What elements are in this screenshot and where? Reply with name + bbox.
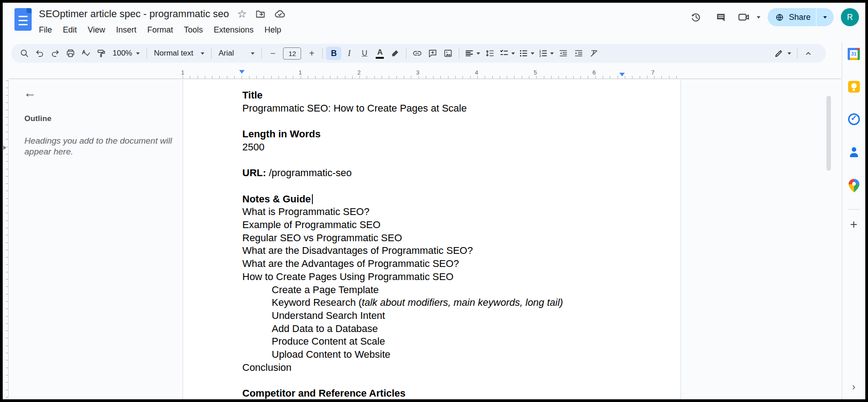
get-add-ons-button[interactable]: + bbox=[847, 218, 861, 231]
maps-icon[interactable] bbox=[847, 179, 861, 192]
share-button[interactable]: Share bbox=[768, 8, 834, 26]
left-indent-marker[interactable] bbox=[239, 70, 245, 74]
toolbar-divider bbox=[459, 48, 459, 59]
align-button[interactable] bbox=[462, 47, 482, 60]
italic-button[interactable]: I bbox=[341, 47, 357, 60]
menu-file[interactable]: File bbox=[33, 24, 57, 36]
redo-icon[interactable] bbox=[47, 47, 63, 60]
clear-formatting-icon[interactable] bbox=[586, 47, 602, 60]
undo-icon[interactable] bbox=[32, 47, 47, 60]
paint-format-icon[interactable] bbox=[94, 47, 109, 60]
bulleted-list-button[interactable] bbox=[517, 47, 536, 60]
spell-check-icon[interactable] bbox=[78, 47, 94, 60]
doc-line[interactable]: 2500 bbox=[242, 141, 664, 154]
doc-line[interactable]: Notes & Guide bbox=[242, 193, 664, 206]
ruler-label: 2 bbox=[357, 69, 360, 76]
doc-line[interactable]: What is Programmatic SEO? bbox=[242, 206, 664, 219]
text-color-button[interactable]: A bbox=[372, 47, 387, 60]
share-dropdown-arrow[interactable] bbox=[816, 8, 834, 26]
keep-icon[interactable] bbox=[847, 80, 861, 93]
editing-mode-button[interactable] bbox=[771, 47, 794, 60]
increase-indent-icon[interactable] bbox=[571, 47, 586, 60]
numbered-list-button[interactable]: 123 bbox=[536, 47, 556, 60]
increase-font-size-button[interactable]: + bbox=[304, 47, 319, 60]
toolbar: 100% Normal text Arial − 12 + B I U A 12… bbox=[11, 44, 826, 63]
header-actions: Share R bbox=[687, 8, 859, 26]
print-icon[interactable] bbox=[63, 47, 78, 60]
doc-line[interactable]: URL: /programmatic-seo bbox=[242, 167, 664, 180]
doc-line[interactable]: Upload Content to Website bbox=[242, 348, 664, 361]
doc-line[interactable]: Understand Search Intent bbox=[242, 309, 664, 323]
docs-logo-icon[interactable] bbox=[14, 8, 32, 31]
ruler-label: 4 bbox=[475, 69, 478, 76]
document-page[interactable]: TitleProgrammatic SEO: How to Create Pag… bbox=[183, 80, 681, 399]
menu-insert[interactable]: Insert bbox=[111, 24, 142, 36]
bold-button[interactable]: B bbox=[326, 47, 341, 60]
doc-text-segment: Conclusion bbox=[242, 362, 292, 373]
add-comment-icon[interactable] bbox=[425, 47, 440, 60]
meet-video-button[interactable] bbox=[737, 11, 760, 23]
checklist-button[interactable] bbox=[497, 47, 517, 60]
version-history-icon[interactable] bbox=[687, 8, 705, 26]
doc-line[interactable]: Conclusion bbox=[242, 361, 664, 374]
doc-line[interactable]: What are the Advantages of Programmatic … bbox=[242, 257, 664, 271]
doc-line[interactable]: Programmatic SEO: How to Create Pages at… bbox=[242, 102, 664, 115]
vertical-ruler[interactable] bbox=[3, 79, 9, 397]
zoom-select[interactable]: 100% bbox=[109, 47, 143, 60]
doc-blank-line[interactable] bbox=[242, 154, 664, 167]
doc-blank-line[interactable] bbox=[242, 374, 664, 387]
google-docs-app: SEOptimer article spec - programmatic se… bbox=[3, 3, 865, 399]
doc-line[interactable]: Create a Page Template bbox=[242, 284, 664, 297]
decrease-font-size-button[interactable]: − bbox=[265, 47, 280, 60]
horizontal-ruler[interactable]: 1 1 2 3 4 5 6 7 bbox=[9, 69, 841, 79]
account-avatar[interactable]: R bbox=[841, 8, 859, 26]
menu-tools[interactable]: Tools bbox=[179, 24, 208, 36]
cloud-saved-icon[interactable] bbox=[274, 8, 286, 20]
close-outline-icon[interactable]: ← bbox=[24, 87, 36, 99]
insert-link-icon[interactable] bbox=[410, 47, 425, 60]
doc-text-segment: What is Programmatic SEO? bbox=[242, 206, 369, 217]
doc-text-segment: Title bbox=[242, 89, 263, 101]
doc-line[interactable]: Length in Words bbox=[242, 128, 664, 141]
menu-help[interactable]: Help bbox=[259, 24, 287, 36]
doc-text-segment: talk about modifiers, main keywords, lon… bbox=[362, 297, 563, 308]
comments-icon[interactable] bbox=[712, 8, 730, 26]
underline-button[interactable]: U bbox=[357, 47, 372, 60]
doc-blank-line[interactable] bbox=[242, 115, 664, 128]
line-spacing-icon[interactable] bbox=[482, 47, 497, 60]
contacts-icon[interactable] bbox=[847, 145, 861, 159]
doc-line[interactable]: Competitor and Reference Articles bbox=[242, 387, 664, 399]
doc-blank-line[interactable] bbox=[242, 180, 664, 193]
collapse-menus-icon[interactable] bbox=[801, 47, 816, 60]
insert-image-icon[interactable] bbox=[440, 47, 456, 60]
font-size-input[interactable]: 12 bbox=[283, 47, 301, 60]
font-family-select[interactable]: Arial bbox=[215, 47, 258, 60]
doc-line[interactable]: How to Create Pages Using Programmatic S… bbox=[242, 271, 664, 284]
hide-side-panel-icon[interactable]: › bbox=[847, 380, 861, 394]
paragraph-style-select[interactable]: Normal text bbox=[150, 47, 208, 60]
tasks-icon[interactable]: ✓ bbox=[847, 112, 861, 126]
decrease-indent-icon[interactable] bbox=[556, 47, 571, 60]
docs-logo-lines bbox=[19, 16, 28, 27]
menu-edit[interactable]: Edit bbox=[57, 24, 82, 36]
doc-line[interactable]: Regular SEO vs Programmatic SEO bbox=[242, 232, 664, 245]
menu-format[interactable]: Format bbox=[142, 24, 179, 36]
menu-extensions[interactable]: Extensions bbox=[208, 24, 259, 36]
doc-line[interactable]: What are the Disadvantages of Programmat… bbox=[242, 244, 664, 257]
menu-view[interactable]: View bbox=[82, 24, 111, 36]
calendar-icon[interactable]: 31 bbox=[847, 47, 861, 61]
search-icon[interactable] bbox=[17, 47, 32, 60]
right-indent-marker[interactable] bbox=[619, 73, 625, 76]
doc-line[interactable]: Example of Programmatic SEO bbox=[242, 219, 664, 232]
highlight-color-icon[interactable] bbox=[387, 47, 403, 60]
doc-line[interactable]: Title bbox=[242, 89, 664, 102]
star-icon[interactable]: ☆ bbox=[237, 9, 247, 19]
doc-line[interactable]: Produce Content at Scale bbox=[242, 335, 664, 348]
meet-dropdown-arrow[interactable] bbox=[757, 16, 760, 19]
move-folder-icon[interactable] bbox=[255, 9, 266, 19]
text-cursor bbox=[312, 194, 313, 204]
doc-line[interactable]: Add Data to a Database bbox=[242, 323, 664, 336]
document-title[interactable]: SEOptimer article spec - programmatic se… bbox=[39, 8, 229, 20]
doc-line[interactable]: Keyword Research (talk about modifiers, … bbox=[242, 296, 664, 309]
vertical-scrollbar[interactable] bbox=[826, 96, 831, 171]
